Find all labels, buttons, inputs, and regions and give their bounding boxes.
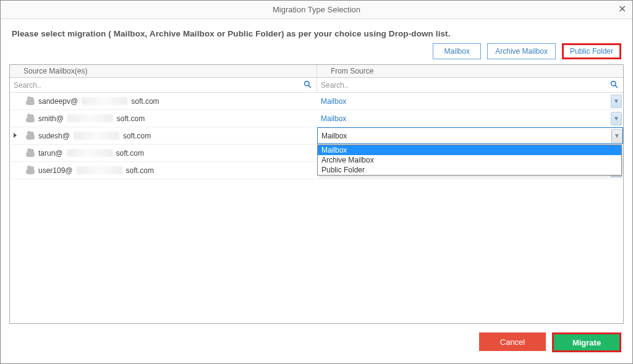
source-type-value[interactable]: Mailbox bbox=[321, 114, 346, 123]
dialog-title: Migration Type Selection bbox=[273, 5, 360, 14]
dropdown-button[interactable]: ▼ bbox=[611, 129, 622, 143]
svg-line-1 bbox=[308, 85, 310, 87]
mailbox-address-prefix: sudesh@ bbox=[38, 132, 70, 140]
cancel-button[interactable]: Cancel bbox=[479, 332, 546, 351]
mailbox-address-suffix: soft.com bbox=[116, 149, 144, 158]
instruction-text: Please select migration ( Mailbox, Archi… bbox=[1, 19, 632, 43]
mailbox-address-suffix: soft.com bbox=[117, 114, 145, 123]
column-headers: Source Mailbox(es) From Source bbox=[10, 65, 623, 78]
chevron-down-icon: ▼ bbox=[614, 133, 620, 139]
search-cell-from bbox=[317, 78, 623, 92]
footer-button-row: Cancel Migrate bbox=[1, 324, 632, 363]
search-input-source[interactable] bbox=[14, 81, 301, 90]
dropdown-button[interactable]: ▼ bbox=[611, 112, 622, 125]
table-row[interactable]: sudesh@ soft.com Mailbox ▼ bbox=[10, 127, 623, 145]
close-icon[interactable]: ✕ bbox=[618, 3, 626, 15]
cloud-icon bbox=[26, 168, 35, 174]
redacted-segment bbox=[74, 132, 119, 140]
filter-mailbox-button[interactable]: Mailbox bbox=[433, 43, 481, 59]
mailbox-address-prefix: user109@ bbox=[38, 166, 73, 175]
dropdown-option[interactable]: Archive Mailbox bbox=[318, 155, 621, 165]
source-type-dropdown[interactable]: Mailbox Archive Mailbox Public Folder bbox=[317, 145, 622, 176]
cloud-icon bbox=[26, 151, 35, 157]
top-filter-row: Mailbox Archive Mailbox Public Folder bbox=[1, 43, 632, 64]
column-header-from[interactable]: From Source bbox=[317, 65, 623, 77]
filter-archive-mailbox-button[interactable]: Archive Mailbox bbox=[487, 43, 556, 59]
search-input-from[interactable] bbox=[321, 81, 608, 90]
column-header-source[interactable]: Source Mailbox(es) bbox=[10, 65, 317, 77]
source-type-value[interactable]: Mailbox bbox=[321, 132, 347, 140]
filter-public-folder-button[interactable]: Public Folder bbox=[562, 43, 621, 59]
mailbox-address-suffix: soft.com bbox=[126, 166, 154, 175]
search-row bbox=[10, 78, 623, 93]
chevron-down-icon: ▼ bbox=[613, 116, 619, 122]
table-row[interactable]: smith@ soft.com Mailbox ▼ bbox=[10, 110, 623, 127]
dropdown-option[interactable]: Mailbox bbox=[318, 145, 621, 155]
data-rows: sandeepv@ soft.com Mailbox ▼ smith@ soft… bbox=[10, 93, 623, 323]
row-caret-icon bbox=[14, 133, 17, 138]
search-icon[interactable] bbox=[608, 80, 621, 90]
table-row[interactable]: sandeepv@ soft.com Mailbox ▼ bbox=[10, 93, 623, 110]
titlebar: Migration Type Selection ✕ bbox=[1, 1, 632, 19]
mailbox-address-prefix: smith@ bbox=[38, 114, 64, 123]
cloud-icon bbox=[26, 99, 35, 105]
svg-line-3 bbox=[615, 85, 617, 87]
redacted-segment bbox=[67, 114, 113, 122]
redacted-segment bbox=[67, 149, 113, 157]
search-icon[interactable] bbox=[301, 80, 314, 90]
search-cell-source bbox=[10, 78, 317, 92]
dropdown-button[interactable]: ▼ bbox=[611, 95, 622, 108]
redacted-segment bbox=[82, 97, 127, 105]
mailbox-address-prefix: tarun@ bbox=[38, 149, 63, 158]
mailbox-address-suffix: soft.com bbox=[123, 132, 151, 140]
dropdown-option[interactable]: Public Folder bbox=[318, 165, 621, 175]
mailbox-address-suffix: soft.com bbox=[131, 97, 159, 106]
migrate-button[interactable]: Migrate bbox=[552, 332, 621, 352]
source-type-value[interactable]: Mailbox bbox=[321, 97, 346, 106]
cloud-icon bbox=[26, 133, 35, 140]
cloud-icon bbox=[26, 116, 35, 122]
redacted-segment bbox=[77, 166, 122, 174]
chevron-down-icon: ▼ bbox=[613, 98, 619, 104]
mailbox-grid: Source Mailbox(es) From Source sandeepv@… bbox=[9, 64, 624, 324]
mailbox-address-prefix: sandeepv@ bbox=[38, 97, 78, 106]
